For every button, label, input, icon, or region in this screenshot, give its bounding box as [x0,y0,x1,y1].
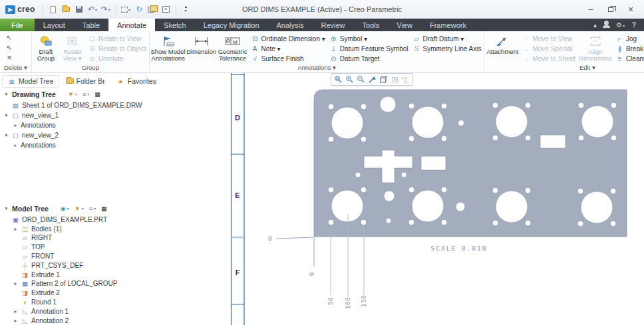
close-window-button[interactable]: × [160,3,172,16]
relate-to-object-button[interactable]: ⊞Relate to Object [86,44,148,54]
filter-button[interactable]: ▼▾ [68,91,77,98]
close-button[interactable]: × [621,3,640,16]
delete-button[interactable]: × [5,53,14,62]
tab-tools[interactable]: Tools [354,19,389,31]
ordinate-origin-horizontal[interactable]: 0 [268,235,272,242]
symmetry-line-axis-button[interactable]: SSymmetry Line Axis [410,44,484,54]
refit-button[interactable] [367,74,377,85]
show-model-annotations-button[interactable]: Show Model Annotations [150,33,186,63]
zoom-in-button[interactable] [344,74,355,85]
select-mode-button[interactable]: ▾ [120,3,132,16]
dimension-button[interactable]: Dimension [186,33,217,56]
draft-group-button[interactable]: Draft Group [33,33,59,63]
regenerate-button[interactable]: ↻ [134,3,145,16]
geometric-tolerance-button[interactable]: M Geometric Tolerance [217,33,249,63]
tab-folder-browser[interactable]: Folder Br [61,75,110,88]
move-to-sheet-button[interactable]: →Move to Sheet [520,54,577,64]
tree-row-annotation-2[interactable]: ▸◺Annotation 2 [0,316,226,325]
surface-finish-button[interactable]: √Surface Finish [249,54,327,64]
move-to-view-button[interactable]: ↑Move to View [520,34,577,44]
restore-button[interactable] [601,3,620,16]
tab-annotate[interactable]: Annotate [108,19,155,31]
attachment-button[interactable]: Attachment [485,33,520,56]
new-button[interactable] [47,3,59,16]
saved-views-button[interactable] [389,74,400,85]
tree-row-top-plane[interactable]: ▱TOP [0,243,226,252]
caret-down-icon[interactable]: ▾ [3,112,9,118]
ordinate-dimension-button[interactable]: ⊟Ordinate Dimension ▾ [249,34,327,44]
symbol-button[interactable]: ⊕Symbol ▾ [327,34,410,44]
tree-row-right-plane[interactable]: ▱RIGHT [0,233,226,243]
zoom-region-button[interactable] [333,74,343,85]
tab-framework[interactable]: Framework [421,19,475,31]
tree-row-front-plane[interactable]: ▱FRONT [0,252,226,261]
tree-row-extrude-1[interactable]: ◨Extrude 1 [0,270,226,279]
tab-layout[interactable]: Layout [35,19,74,31]
caret-right-icon[interactable]: ▸ [13,122,19,128]
ordinate-dim-150[interactable]: 150 [360,295,367,308]
jog-button[interactable]: ⌐Jog [613,34,644,44]
tree-row-part[interactable]: ▣ORD_DIMS_EXAMPLE.PRT [0,215,226,224]
filter-button[interactable]: ▼▾ [75,205,84,212]
caret-right-icon[interactable]: ▸ [13,226,19,232]
tab-sketch[interactable]: Sketch [155,19,195,31]
collapse-caret-icon[interactable]: ▾ [3,205,9,211]
relate-to-view-button[interactable]: ⊡Relate to View [86,34,148,44]
tab-legacy-migration[interactable]: Legacy Migration [195,19,268,31]
undo-button[interactable]: ↶▾ [87,3,98,16]
cleanup-dimensions-button[interactable]: ≡Cleanup Dimensions [613,54,644,64]
tree-row-annotations-1[interactable]: ▸ Annotations [0,120,226,130]
minimize-button[interactable]: – [581,3,600,16]
ordinate-origin-vertical[interactable]: 0 [308,272,315,276]
zoom-out-button[interactable] [355,74,366,85]
tab-file[interactable]: File [0,19,35,31]
ribbon-group-label-edit[interactable]: Edit ▾ [485,64,644,72]
break-button[interactable]: ∦Break [613,44,644,54]
tab-model-tree[interactable]: ⊞Model Tree [2,75,59,88]
tree-row-new-view-2[interactable]: ▾ ▢ new_view_2 [0,130,226,140]
tab-view[interactable]: View [388,19,421,31]
tree-settings-button[interactable]: ▦ [101,205,107,212]
open-button[interactable] [61,3,72,16]
save-button[interactable] [74,3,85,16]
tree-row-annotation-1[interactable]: ▸◺Annotation 1 [0,306,226,316]
tree-columns-button[interactable]: ≡▾ [89,205,96,212]
collapse-caret-icon[interactable]: ▾ [3,91,9,97]
show-button[interactable]: ◉▾ [61,205,69,212]
tab-analysis[interactable]: Analysis [268,19,313,31]
draft-datum-button[interactable]: ▱Draft Datum ▾ [410,34,484,44]
tree-row-bodies[interactable]: ▸◫Bodies (1) [0,224,226,233]
drawing-sheet[interactable]: D E F [226,73,644,325]
ribbon-group-label-delete[interactable]: Delete ▾ [1,64,31,72]
tree-settings-button[interactable]: ▦ [94,91,100,98]
relate-view-button[interactable]: Relate View ▾ [59,33,86,63]
align-dimensions-button[interactable]: Align Dimensions [577,33,613,63]
tab-favorites[interactable]: ★Favorites [112,75,161,88]
tree-row-annotations-2[interactable]: ▸ Annotations [0,140,226,150]
move-special-button[interactable]: ↔Move Special [520,44,577,54]
graphics-area[interactable]: x,y/2, D E F [226,73,644,325]
select-special-button[interactable]: ⇖ [5,43,14,53]
settings-button[interactable]: ⚙▾ [616,21,625,29]
account-button[interactable] [604,21,609,29]
ribbon-group-label-annotations[interactable]: Annotations ▾ [150,64,484,72]
caret-right-icon[interactable]: ▸ [13,308,19,314]
help-button[interactable]: ? [632,21,636,29]
select-button[interactable]: ↖ [5,33,14,43]
tab-table[interactable]: Table [74,19,108,31]
ordinate-dim-100[interactable]: 100 [344,297,351,310]
collapse-ribbon-button[interactable]: ▴ [593,21,597,29]
tree-row-extrude-2[interactable]: ◨Extrude 2 [0,288,226,298]
caret-right-icon[interactable]: ▸ [13,318,19,324]
ordinate-dim-50[interactable]: 50 [327,297,334,305]
datum-target-button[interactable]: ⊙Datum Target [327,54,410,64]
tree-row-new-view-1[interactable]: ▾ ▢ new_view_1 [0,110,226,120]
tree-row-round[interactable]: ◗Round 1 [0,298,226,307]
customize-qat-button[interactable]: ▾ [180,3,192,16]
redo-button[interactable]: ↷▾ [100,3,112,16]
tree-row-sheet[interactable]: ▤ Sheet 1 of ORD_DIMS_EXAMPLE.DRW [0,100,226,110]
caret-right-icon[interactable]: ▸ [13,142,19,148]
plate-view[interactable] [314,90,627,237]
note-button[interactable]: ANote ▾ [249,44,327,54]
tab-review[interactable]: Review [313,19,354,31]
